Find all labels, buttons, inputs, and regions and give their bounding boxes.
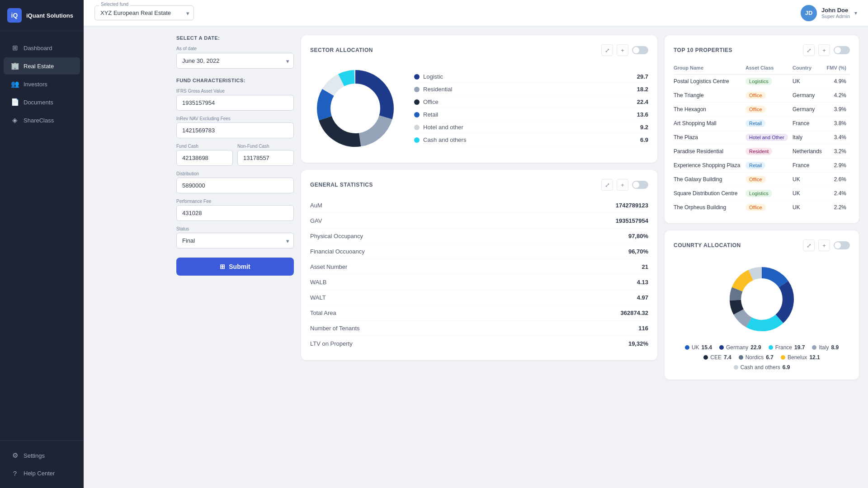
performance-fee-input[interactable] [176, 205, 294, 221]
country-donut-chart [674, 258, 850, 340]
property-name: Art Shopping Mall [674, 117, 745, 131]
sidebar-item-shareclass-label: ShareClass [24, 117, 54, 124]
sidebar-item-settings-label: Settings [24, 452, 45, 459]
country-expand-button[interactable]: ⤢ [803, 239, 815, 251]
sidebar-item-documents[interactable]: 📄 Documents [4, 94, 80, 111]
col-asset-class: Asset Class [745, 63, 793, 75]
stats-row-walt: WALT 4.97 [310, 290, 648, 305]
sector-add-button[interactable]: + [617, 44, 628, 56]
sector-content: Logistic 29.7 Residential 18.2 Office 22… [310, 63, 648, 154]
fund-cash-input[interactable] [176, 150, 233, 166]
left-panel: SELECT A DATE: As of date June 30, 2022 … [176, 35, 294, 479]
inrev-label: InRev NAV Excluding Fees [176, 116, 294, 121]
table-row: Square Distribution Centre Logistics UK … [674, 187, 850, 201]
property-country: UK [793, 201, 826, 215]
property-name: The Galaxy Building [674, 173, 745, 187]
property-country: France [793, 159, 826, 173]
legend-logistic: Logistic 29.7 [414, 70, 648, 83]
country-legend-italy: Italy 8.9 [812, 344, 839, 351]
right-panel: TOP 10 PROPERTIES ⤢ + Group Name Asset C… [665, 35, 859, 479]
stats-row-ltv: LTV on Property 19,32% [310, 336, 648, 351]
distribution-input[interactable] [176, 178, 294, 193]
sidebar-item-shareclass[interactable]: ◈ ShareClass [4, 112, 80, 129]
stats-expand-button[interactable]: ⤢ [601, 179, 613, 191]
stats-add-button[interactable]: + [617, 179, 628, 191]
country-legend-france: France 19.7 [769, 344, 805, 351]
date-section: SELECT A DATE: As of date June 30, 2022 [176, 35, 294, 69]
sidebar-item-dashboard[interactable]: ⊞ Dashboard [4, 39, 80, 56]
table-row: Experience Shopping Plaza Retail France … [674, 159, 850, 173]
ifrs-input[interactable] [176, 95, 294, 111]
property-asset-class: Logistics [745, 75, 793, 89]
fund-selector-label: Selected fund [99, 2, 130, 7]
distribution-group: Distribution [176, 171, 294, 193]
property-fmv: 3.8% [826, 117, 850, 131]
stats-row-tenants: Number of Tenants 116 [310, 321, 648, 336]
top10-card-actions: ⤢ + [803, 44, 850, 56]
status-dropdown[interactable]: Final [176, 233, 294, 249]
sector-allocation-header: SECTOR ALLOCATION ⤢ + [310, 44, 648, 56]
submit-button[interactable]: ⊞ Submit [176, 258, 294, 276]
sector-donut-chart [310, 63, 401, 154]
country-allocation-header: COUNRTY ALLOCATION ⤢ + [674, 239, 850, 251]
date-section-title: SELECT A DATE: [176, 35, 294, 41]
stats-row-area: Total Area 362874.32 [310, 305, 648, 321]
fund-selector[interactable]: Selected fund XYZ European Real Estate [94, 5, 194, 20]
stats-row-aum: AuM 1742789123 [310, 198, 648, 213]
property-name: Experience Shopping Plaza [674, 159, 745, 173]
logo-text: iQuant Solutions [26, 12, 73, 19]
sidebar-item-investors[interactable]: 👥 Investors [4, 75, 80, 93]
table-row: The Galaxy Building Office UK 2.6% [674, 173, 850, 187]
general-stats-header: GENERAL STATISTICS ⤢ + [310, 179, 648, 191]
sidebar-item-help-label: Help Center [24, 470, 55, 477]
inrev-input[interactable] [176, 122, 294, 138]
user-menu[interactable]: JD John Doe Super Admin ▾ [801, 5, 857, 21]
stats-row-asset-num: Asset Number 21 [310, 259, 648, 275]
sector-allocation-title: SECTOR ALLOCATION [310, 47, 373, 53]
sector-expand-button[interactable]: ⤢ [601, 44, 613, 56]
non-fund-cash-input[interactable] [237, 150, 294, 166]
country-toggle[interactable] [834, 241, 850, 249]
fund-dropdown[interactable]: XYZ European Real Estate [94, 5, 194, 20]
sidebar-item-help[interactable]: ? Help Center [4, 465, 80, 482]
property-asset-class: Hotel and Other [745, 131, 793, 145]
user-menu-chevron: ▾ [854, 10, 857, 16]
performance-fee-label: Performance Fee [176, 199, 294, 204]
legend-hotel: Hotel and other 9.2 [414, 121, 648, 134]
property-asset-class: Retail [745, 117, 793, 131]
distribution-label: Distribution [176, 171, 294, 176]
sidebar-item-settings[interactable]: ⚙ Settings [4, 447, 80, 464]
user-name: John Doe [821, 7, 850, 14]
status-group: Status Final [176, 226, 294, 249]
sector-toggle[interactable] [632, 46, 648, 54]
country-legend-cash: Cash and others 6.9 [734, 364, 790, 371]
date-dropdown[interactable]: June 30, 2022 [176, 53, 294, 69]
status-label: Status [176, 226, 294, 231]
sidebar-item-dashboard-label: Dashboard [24, 45, 52, 52]
property-fmv: 2.9% [826, 159, 850, 173]
property-asset-class: Logistics [745, 187, 793, 201]
country-add-button[interactable]: + [818, 239, 830, 251]
country-legend-germany: Germany 22.9 [719, 344, 761, 351]
property-fmv: 2.6% [826, 173, 850, 187]
property-country: Germany [793, 89, 826, 103]
status-selector[interactable]: Final [176, 233, 294, 249]
property-name: The Hexagon [674, 103, 745, 117]
property-fmv: 2.2% [826, 201, 850, 215]
country-allocation-card: COUNRTY ALLOCATION ⤢ + [665, 230, 859, 380]
top10-expand-button[interactable]: ⤢ [803, 44, 815, 56]
avatar: JD [801, 5, 817, 21]
sector-legend: Logistic 29.7 Residential 18.2 Office 22… [414, 70, 648, 146]
top10-header: TOP 10 PROPERTIES ⤢ + [674, 44, 850, 56]
submit-icon: ⊞ [220, 263, 225, 270]
sector-card-actions: ⤢ + [601, 44, 648, 56]
properties-table-header: Group Name Asset Class Country FMV (%) [674, 63, 850, 75]
top10-add-button[interactable]: + [818, 44, 830, 56]
col-group-name: Group Name [674, 63, 745, 75]
stats-toggle[interactable] [632, 181, 648, 189]
sidebar-item-real-estate[interactable]: 🏢 Real Estate [4, 57, 80, 75]
date-selector[interactable]: June 30, 2022 [176, 53, 294, 69]
investors-icon: 👥 [11, 80, 19, 88]
inrev-field-group: InRev NAV Excluding Fees [176, 116, 294, 138]
top10-toggle[interactable] [834, 46, 850, 54]
